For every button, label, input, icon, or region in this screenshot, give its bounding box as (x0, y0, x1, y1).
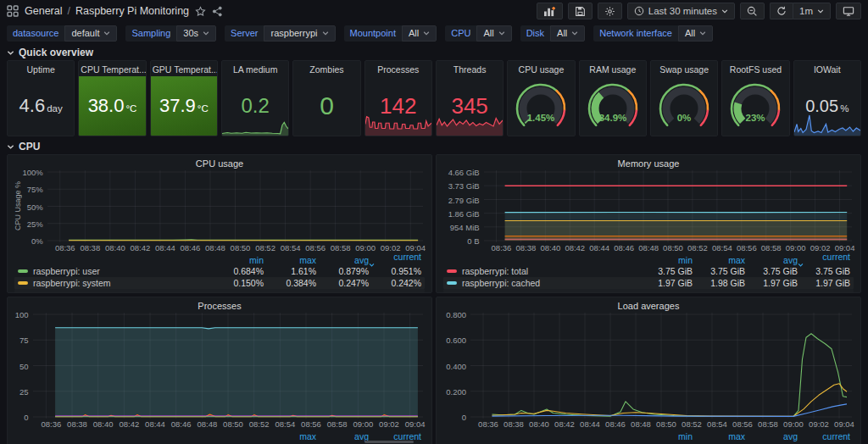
chart-legend: minmaxavgcurrentraspberrypi: short00.650… (442, 430, 855, 444)
legend-value: 0.242% (369, 278, 421, 288)
time-range-label: Last 30 minutes (648, 6, 717, 16)
variable-value-dropdown[interactable]: 30s (176, 25, 216, 42)
legend-scrollbar-thumb[interactable] (364, 441, 414, 443)
legend-value: 3.75 GiB (798, 266, 850, 276)
panel-title[interactable]: RAM usage (580, 61, 646, 76)
refresh-interval-dropdown[interactable]: 1m (793, 3, 831, 19)
share-icon[interactable] (212, 6, 223, 17)
x-tick-label: 09:02 (379, 419, 399, 429)
row-header-cpu[interactable]: CPU (0, 138, 868, 154)
legend-series-toggle[interactable]: raspberrypi: total (447, 266, 640, 276)
legend-sort-max[interactable]: max (264, 255, 316, 265)
legend-sort-current[interactable]: current (369, 431, 421, 441)
legend-sort-min[interactable]: min (211, 255, 264, 265)
x-tick-label: 08:56 (305, 243, 326, 253)
legend-sort-avg[interactable]: avg (745, 255, 798, 265)
variable-mountpoint: MountpointAll (344, 25, 437, 42)
chart-plot[interactable] (484, 170, 852, 242)
variable-label-sampling[interactable]: Sampling (125, 25, 176, 42)
breadcrumb: General / Raspberry Pi Monitoring (25, 5, 189, 17)
variable-value-dropdown[interactable]: default (64, 25, 117, 42)
dashboard-settings-button[interactable] (598, 3, 622, 19)
stat-panel-cpu-temperat: CPU Temperat...38.0°C (78, 60, 146, 136)
legend-sort-min[interactable]: min (640, 431, 693, 441)
variable-value-dropdown[interactable]: raspberrypi (264, 25, 335, 42)
panel-title[interactable]: CPU usage (508, 61, 574, 76)
panel-title[interactable]: RootFS used (722, 61, 788, 76)
refresh-button[interactable] (770, 3, 793, 19)
legend-sort-current[interactable]: current (798, 431, 850, 441)
save-dashboard-button[interactable] (568, 3, 593, 19)
variable-label-cpu[interactable]: CPU (445, 25, 476, 42)
x-tick-label: 08:42 (130, 243, 150, 253)
stat-panel-processes: Processes142 (364, 60, 432, 136)
panel-title[interactable]: Memory usage (437, 155, 860, 170)
legend-series-toggle[interactable]: raspberrypi: cached (447, 278, 640, 288)
legend-sort-avg[interactable]: avg (745, 431, 798, 441)
variable-value-dropdown[interactable]: All (476, 25, 511, 42)
variable-current-value: All (557, 28, 567, 38)
variable-value-dropdown[interactable]: All (550, 25, 585, 42)
x-tick-label: 08:36 (492, 243, 512, 253)
x-tick-label: 09:00 (353, 419, 373, 429)
breadcrumb-section[interactable]: General (25, 5, 62, 17)
legend-value: 3.75 GiB (745, 266, 798, 276)
legend-series-name: raspberrypi: cached (462, 278, 540, 288)
x-tick-label: 09:04 (405, 243, 426, 253)
legend-sort-max[interactable]: max (693, 255, 745, 265)
panel-title[interactable]: IOWait (794, 61, 860, 76)
legend-sort-min[interactable]: min (640, 255, 693, 265)
add-panel-button[interactable] (537, 3, 563, 19)
panel-title[interactable]: Swap usage (651, 61, 717, 76)
variable-label-server[interactable]: Server (225, 25, 264, 42)
panel-title[interactable]: Load averages (437, 297, 860, 313)
chart-plot[interactable] (33, 313, 423, 419)
panel-title[interactable]: CPU usage (8, 155, 431, 170)
variable-value-dropdown[interactable]: All (402, 25, 437, 42)
x-tick-label: 08:44 (580, 419, 600, 429)
x-tick-label: 08:48 (638, 243, 659, 253)
page-title[interactable]: Raspberry Pi Monitoring (75, 5, 189, 17)
legend-series-toggle[interactable]: raspberrypi: system (18, 278, 211, 288)
x-tick-label: 08:40 (540, 243, 560, 253)
time-range-picker[interactable]: Last 30 minutes (627, 3, 735, 19)
legend-sort-avg[interactable]: avg (316, 431, 369, 441)
x-tick-label: 08:46 (171, 419, 192, 429)
y-tick-label: 4.66 GiB (448, 168, 480, 177)
panel-title[interactable]: Uptime (8, 61, 74, 76)
chart-plot[interactable] (47, 170, 423, 242)
panel-title[interactable]: LA medium (222, 61, 288, 76)
variable-label-disk[interactable]: Disk (520, 25, 550, 42)
panel-title[interactable]: Processes (8, 297, 431, 313)
variable-label-datasource[interactable]: datasource (7, 25, 64, 42)
x-tick-label: 08:54 (275, 419, 295, 429)
stat-value: 345 (451, 93, 487, 119)
x-tick-label: 08:56 (301, 419, 321, 429)
variable-current-value: default (71, 28, 99, 38)
x-tick-label: 08:54 (707, 419, 727, 429)
variable-value-dropdown[interactable]: All (678, 25, 713, 42)
zoom-out-time-button[interactable] (740, 3, 765, 19)
chart-canvas (470, 313, 852, 419)
dashboards-grid-icon[interactable] (7, 5, 19, 17)
chart-plot[interactable] (470, 313, 852, 419)
variable-label-mountpoint[interactable]: Mountpoint (344, 25, 402, 42)
legend-sort-avg[interactable]: avg (316, 255, 369, 265)
panel-title[interactable]: Threads (437, 61, 503, 76)
panel-title[interactable]: Zombies (293, 61, 359, 76)
legend-series-toggle[interactable]: raspberrypi: user (18, 266, 211, 276)
panel-title[interactable]: Processes (365, 61, 431, 76)
legend-value: 0.247% (316, 278, 369, 288)
legend-sort-max[interactable]: max (693, 431, 745, 441)
x-tick-label: 08:50 (663, 243, 683, 253)
legend-sort-max[interactable]: max (264, 431, 316, 441)
star-icon[interactable] (195, 6, 206, 17)
panel-title[interactable]: GPU Temperat... (151, 61, 217, 76)
row-header-quick-overview[interactable]: Quick overview (0, 44, 868, 60)
x-tick-label: 08:50 (231, 243, 251, 253)
panel-title[interactable]: CPU Temperat... (79, 61, 145, 76)
quick-overview-row: Uptime4.6dayCPU Temperat...38.0°CGPU Tem… (0, 60, 868, 136)
stat-body: 37.9°C (151, 76, 217, 136)
variable-label-network-interface[interactable]: Network interface (593, 25, 678, 42)
kiosk-mode-button[interactable] (836, 3, 861, 19)
